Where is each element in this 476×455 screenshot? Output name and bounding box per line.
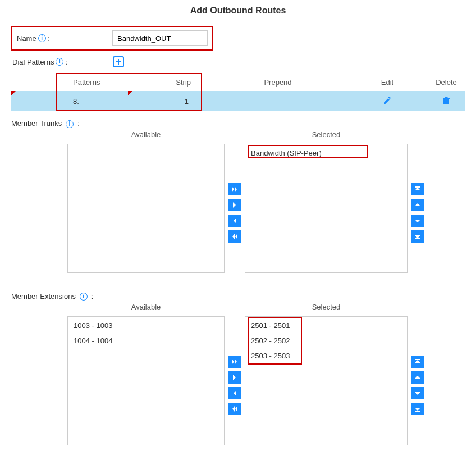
- colon: :: [46, 34, 50, 43]
- move-up-button[interactable]: [411, 199, 424, 211]
- dial-patterns-label: Dial Patterns: [12, 58, 54, 66]
- strip-value: 1: [185, 97, 202, 106]
- selected-header: Selected: [245, 303, 408, 313]
- patterns-header-row: Patterns Strip Prepend Edit Delete: [11, 73, 465, 91]
- trunks-available-list[interactable]: [67, 144, 225, 273]
- list-item[interactable]: Bandwidth (SIP-Peer): [245, 145, 407, 161]
- double-chevron-left-icon: [231, 405, 239, 413]
- edit-button[interactable]: [383, 96, 392, 105]
- member-trunks-label: Member Trunks: [11, 119, 62, 128]
- info-icon[interactable]: i: [80, 293, 88, 301]
- col-delete: Delete: [421, 78, 472, 87]
- move-top-button[interactable]: [411, 183, 424, 195]
- trunks-selected-list[interactable]: Bandwidth (SIP-Peer): [245, 144, 408, 273]
- info-icon[interactable]: i: [38, 34, 46, 42]
- move-all-right-button[interactable]: [228, 356, 241, 368]
- pattern-value: 8.: [73, 97, 79, 106]
- list-item[interactable]: 2502 - 2502: [245, 333, 407, 348]
- move-all-left-button[interactable]: [228, 403, 241, 415]
- col-edit: Edit: [354, 78, 421, 87]
- chevron-right-icon: [231, 374, 239, 381]
- trash-icon: [442, 96, 451, 105]
- extensions-available-list[interactable]: 1003 - 10031004 - 1004: [67, 316, 225, 445]
- chevron-up-icon: [414, 374, 422, 381]
- move-left-button[interactable]: [228, 387, 241, 399]
- name-input[interactable]: [112, 30, 208, 46]
- chevron-left-icon: [231, 389, 239, 397]
- info-icon[interactable]: i: [56, 58, 63, 66]
- bar-chevron-up-icon: [414, 358, 422, 366]
- chevron-left-icon: [231, 217, 239, 225]
- chevron-up-icon: [414, 201, 422, 209]
- selected-header: Selected: [245, 130, 408, 140]
- move-right-button[interactable]: [228, 371, 241, 384]
- pencil-icon: [383, 96, 392, 105]
- page-title: Add Outbound Routes: [0, 6, 476, 16]
- chevron-down-icon: [414, 389, 422, 397]
- marker-icon: [128, 91, 132, 95]
- move-down-button[interactable]: [411, 215, 424, 227]
- extensions-selected-list[interactable]: 2501 - 25012502 - 25022503 - 2503: [245, 316, 408, 445]
- list-item[interactable]: 1003 - 1003: [68, 318, 224, 333]
- move-top-button[interactable]: [411, 356, 424, 368]
- delete-button[interactable]: [442, 96, 451, 105]
- bar-chevron-down-icon: [414, 233, 422, 240]
- colon: :: [76, 119, 80, 128]
- move-bottom-button[interactable]: [411, 403, 424, 415]
- list-item[interactable]: 2503 - 2503: [245, 348, 407, 363]
- list-item[interactable]: 1004 - 1004: [68, 333, 224, 348]
- move-down-button[interactable]: [411, 387, 424, 399]
- available-header: Available: [67, 303, 225, 313]
- colon: :: [63, 58, 67, 66]
- col-patterns: Patterns: [73, 78, 100, 87]
- move-up-button[interactable]: [411, 371, 424, 384]
- bar-chevron-up-icon: [414, 185, 422, 193]
- add-pattern-button[interactable]: [113, 56, 124, 67]
- move-all-right-button[interactable]: [228, 183, 241, 195]
- col-prepend: Prepend: [202, 78, 354, 87]
- double-chevron-right-icon: [231, 185, 239, 193]
- list-item[interactable]: 2501 - 2501: [245, 318, 407, 333]
- bar-chevron-down-icon: [414, 405, 422, 413]
- available-header: Available: [67, 130, 225, 140]
- plus-icon: [115, 58, 122, 65]
- pattern-row[interactable]: 8. 1: [11, 91, 465, 111]
- marker-icon: [11, 91, 16, 95]
- colon: :: [89, 292, 93, 301]
- move-left-button[interactable]: [228, 215, 241, 227]
- move-right-button[interactable]: [228, 199, 241, 211]
- move-bottom-button[interactable]: [411, 230, 424, 243]
- double-chevron-right-icon: [231, 358, 239, 366]
- info-icon[interactable]: i: [66, 120, 74, 128]
- chevron-down-icon: [414, 217, 422, 225]
- move-all-left-button[interactable]: [228, 230, 241, 243]
- chevron-right-icon: [231, 201, 239, 209]
- col-strip: Strip: [176, 78, 202, 87]
- name-label: Name: [17, 34, 36, 43]
- double-chevron-left-icon: [231, 233, 239, 240]
- member-extensions-label: Member Extensions: [11, 292, 76, 301]
- name-row-highlight: Name i :: [11, 26, 213, 51]
